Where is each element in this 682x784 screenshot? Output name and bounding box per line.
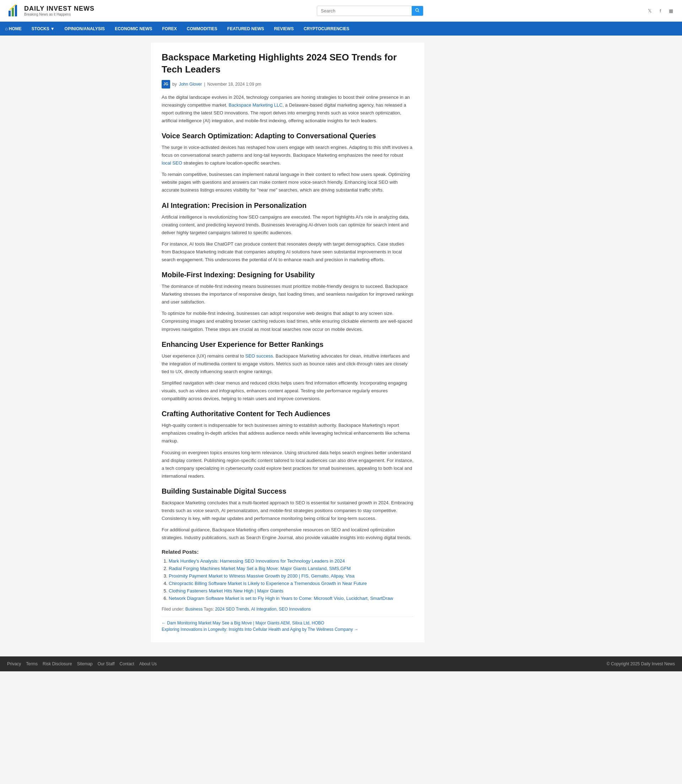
- svg-rect-2: [12, 8, 14, 16]
- filed-under: Filed under: Business Tags: 2024 SEO Tre…: [162, 607, 414, 612]
- section-heading-4: Enhancing User Experience for Better Ran…: [162, 340, 414, 349]
- svg-point-4: [416, 8, 418, 11]
- footer-copyright: © Copyright 2025 Daily Invest News: [607, 661, 675, 666]
- list-item: Clothing Fasteners Market Hits New High …: [169, 588, 414, 594]
- nav-item-home[interactable]: ⌂ HOME: [0, 22, 27, 35]
- nav-item-reviews[interactable]: REVIEWS: [269, 22, 299, 35]
- article-intro: As the digital landscape evolves in 2024…: [162, 93, 414, 125]
- section-3-para-1: The dominance of mobile-first indexing m…: [162, 283, 414, 306]
- site-name: DAILY INVEST NEWS: [24, 5, 94, 13]
- section-6-para-1: Backspace Marketing concludes that a mul…: [162, 499, 414, 522]
- search-button[interactable]: [412, 6, 423, 16]
- author-link[interactable]: John Glover: [179, 82, 202, 87]
- footer-link-contact[interactable]: Contact: [120, 661, 134, 666]
- footer-link-staff[interactable]: Our Staff: [98, 661, 115, 666]
- list-item: Radial Forging Machines Market May Set a…: [169, 566, 414, 571]
- search-input[interactable]: [317, 6, 412, 16]
- section-heading-6: Building Sustainable Digital Success: [162, 487, 414, 495]
- next-post: Exploring Innovations in Longevity: Insi…: [162, 627, 414, 632]
- section-2-para-1: Artificial intelligence is revolutionizi…: [162, 213, 414, 237]
- nav-item-stocks[interactable]: STOCKS ▼: [27, 22, 60, 35]
- prev-post-link[interactable]: ← Dam Monitoring Market May See a Big Mo…: [162, 621, 324, 626]
- list-item: Chiropractic Billing Software Market is …: [169, 581, 414, 586]
- nav-item-opinion[interactable]: OPINION/ANALYSIS: [60, 22, 110, 35]
- section-4-para-2: Simplified navigation with clear menus a…: [162, 379, 414, 403]
- related-post-link-2[interactable]: Radial Forging Machines Market May Set a…: [169, 566, 351, 571]
- section-heading-2: AI Integration: Precision in Personaliza…: [162, 201, 414, 210]
- section-1-para-2: To remain competitive, businesses can im…: [162, 171, 414, 194]
- avatar: JG: [162, 80, 170, 88]
- related-posts: Related Posts: Mark Huntley's Analysis: …: [162, 549, 414, 601]
- category-link[interactable]: Business: [185, 607, 203, 612]
- footer-link-about[interactable]: About Us: [139, 661, 157, 666]
- section-heading-5: Crafting Authoritative Content for Tech …: [162, 410, 414, 418]
- home-icon: ⌂: [5, 26, 8, 31]
- sidebar: [432, 43, 531, 642]
- article-date: November 18, 2024 1:09 pm: [207, 82, 261, 87]
- related-post-link-3[interactable]: Proximity Payment Market to Witness Mass…: [169, 573, 354, 579]
- logo-text: DAILY INVEST NEWS Breaking News as it Ha…: [24, 5, 94, 16]
- site-footer: Privacy Terms Risk Disclosure Sitemap Ou…: [0, 656, 682, 671]
- list-item: Proximity Payment Market to Witness Mass…: [169, 573, 414, 579]
- nav-item-featured[interactable]: FEATURED NEWS: [222, 22, 269, 35]
- list-item: Network Diagram Software Market is set t…: [169, 596, 414, 601]
- tag-link-1[interactable]: 2024 SEO Trends: [215, 607, 249, 612]
- article-body: As the digital landscape evolves in 2024…: [162, 93, 414, 632]
- svg-rect-1: [8, 11, 11, 16]
- tag-link-3[interactable]: SEO Innovations: [279, 607, 311, 612]
- twitter-icon[interactable]: 𝕏: [646, 7, 653, 14]
- related-posts-heading: Related Posts:: [162, 549, 414, 555]
- facebook-icon[interactable]: f: [657, 7, 664, 14]
- footer-link-privacy[interactable]: Privacy: [7, 661, 21, 666]
- footer-link-sitemap[interactable]: Sitemap: [77, 661, 93, 666]
- chevron-down-icon: ▼: [51, 26, 55, 31]
- tag-link-2[interactable]: AI Integration: [251, 607, 276, 612]
- article-title: Backspace Marketing Highlights 2024 SEO …: [162, 51, 414, 76]
- search-icon: [415, 8, 419, 13]
- related-posts-list: Mark Huntley's Analysis: Harnessing SEO …: [162, 558, 414, 601]
- post-nav: ← Dam Monitoring Market May See a Big Mo…: [162, 616, 414, 632]
- rss-icon[interactable]: ▦: [667, 7, 675, 14]
- nav-item-economic[interactable]: ECONOMIC NEWS: [110, 22, 157, 35]
- related-post-link-4[interactable]: Chiropractic Billing Software Market is …: [169, 581, 367, 586]
- nav-item-crypto[interactable]: CRYPTOCURRENCIES: [299, 22, 354, 35]
- section-4-para-1: User experience (UX) remains central to …: [162, 352, 414, 376]
- footer-links: Privacy Terms Risk Disclosure Sitemap Ou…: [7, 661, 157, 666]
- prev-post: ← Dam Monitoring Market May See a Big Mo…: [162, 621, 414, 626]
- main-content: Backspace Marketing Highlights 2024 SEO …: [151, 43, 424, 642]
- related-post-link-1[interactable]: Mark Huntley's Analysis: Harnessing SEO …: [169, 558, 345, 564]
- footer-link-risk[interactable]: Risk Disclosure: [43, 661, 72, 666]
- nav-item-commodities[interactable]: COMMODITIES: [182, 22, 222, 35]
- tags-label: Tags:: [204, 607, 215, 612]
- filed-under-label: Filed under:: [162, 607, 184, 612]
- local-seo-link[interactable]: local SEO: [162, 160, 182, 166]
- social-links: 𝕏 f ▦: [646, 7, 675, 14]
- section-5-para-2: Focusing on evergreen topics ensures lon…: [162, 449, 414, 480]
- section-1-para-1: The surge in voice-activated devices has…: [162, 144, 414, 167]
- next-post-link[interactable]: Exploring Innovations in Longevity: Insi…: [162, 627, 359, 632]
- backspace-link[interactable]: Backspace Marketing LLC: [229, 102, 283, 108]
- main-nav: ⌂ HOME STOCKS ▼ OPINION/ANALYSIS ECONOMI…: [0, 22, 682, 35]
- section-5-para-1: High-quality content is indispensable fo…: [162, 422, 414, 445]
- meta-separator: |: [204, 82, 205, 87]
- article-meta: JG by John Glover | November 18, 2024 1:…: [162, 80, 414, 88]
- search-form: [317, 6, 424, 16]
- author-label: by: [172, 82, 177, 87]
- section-6-para-2: For additional guidance, Backspace Marke…: [162, 526, 414, 541]
- related-post-link-5[interactable]: Clothing Fasteners Market Hits New High …: [169, 588, 284, 594]
- list-item: Mark Huntley's Analysis: Harnessing SEO …: [169, 558, 414, 564]
- section-heading-1: Voice Search Optimization: Adapting to C…: [162, 132, 414, 140]
- logo[interactable]: DAILY INVEST NEWS Breaking News as it Ha…: [7, 3, 94, 18]
- content-wrapper: Backspace Marketing Highlights 2024 SEO …: [146, 35, 536, 649]
- section-2-para-2: For instance, AI tools like ChatGPT can …: [162, 240, 414, 264]
- nav-item-forex[interactable]: FOREX: [157, 22, 182, 35]
- site-tagline: Breaking News as it Happens: [24, 13, 94, 16]
- section-heading-3: Mobile-First Indexing: Designing for Usa…: [162, 271, 414, 279]
- site-header: DAILY INVEST NEWS Breaking News as it Ha…: [0, 0, 682, 22]
- seo-success-link[interactable]: SEO success: [245, 353, 273, 359]
- related-post-link-6[interactable]: Network Diagram Software Market is set t…: [169, 596, 393, 601]
- svg-rect-3: [15, 5, 17, 16]
- svg-line-5: [418, 11, 419, 12]
- section-3-para-2: To optimize for mobile-first indexing, b…: [162, 310, 414, 333]
- footer-link-terms[interactable]: Terms: [26, 661, 38, 666]
